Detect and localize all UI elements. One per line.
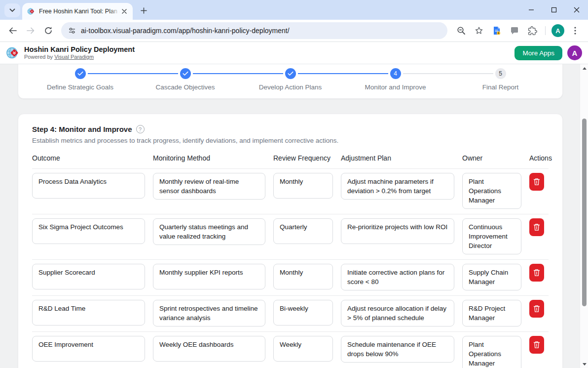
user-avatar[interactable]: A <box>567 45 582 60</box>
reload-icon[interactable] <box>40 23 56 39</box>
powered-by: Powered by Visual Paradigm <box>24 54 135 60</box>
outcome-input[interactable]: Process Data Analytics <box>32 173 145 199</box>
site-settings-icon[interactable] <box>68 27 76 35</box>
outcome-input[interactable]: R&D Lead Time <box>32 300 145 326</box>
owner-input[interactable]: R&D Project Manager <box>462 300 521 327</box>
stepper-connector <box>403 73 493 74</box>
window-close-button[interactable] <box>565 0 588 20</box>
owner-input[interactable]: Continuous Improvement Director <box>462 218 521 254</box>
trash-icon <box>533 223 540 231</box>
new-tab-button[interactable] <box>137 3 150 17</box>
outcome-input[interactable]: Six Sigma Project Outcomes <box>32 218 145 244</box>
step-description: Establish metrics and processes to track… <box>32 137 549 144</box>
back-icon[interactable] <box>5 23 21 39</box>
adjustment-input[interactable]: Adjust machine parameters if deviation >… <box>341 173 454 200</box>
scrollbar-thumb[interactable] <box>582 119 587 306</box>
app-title: Hoshin Kanri Policy Deployment <box>24 45 135 54</box>
url-bar[interactable]: ai-toolbox.visual-paradigm.com/app/hoshi… <box>61 22 447 39</box>
bookmark-star-icon[interactable] <box>471 23 487 39</box>
url-text[interactable]: ai-toolbox.visual-paradigm.com/app/hoshi… <box>81 27 290 35</box>
delete-row-button[interactable] <box>529 173 544 191</box>
scrollbar-down-icon[interactable] <box>580 360 588 368</box>
method-input[interactable]: Monthly supplier KPI reports <box>153 264 265 289</box>
outcome-input[interactable]: OEE Improvement <box>32 336 145 362</box>
frequency-input[interactable]: Monthly <box>273 173 333 199</box>
step-number: 4 <box>390 68 401 79</box>
app-header: Hoshin Kanri Policy Deployment Powered b… <box>0 42 588 64</box>
step-check-icon <box>180 68 191 79</box>
stepper-step-4[interactable]: 4Monitor and Improve <box>343 68 448 91</box>
scrollbar-up-icon[interactable] <box>580 64 588 72</box>
row-actions <box>529 336 549 354</box>
stepper-connector <box>88 73 178 74</box>
zoom-out-icon[interactable] <box>453 23 469 39</box>
step-label: Develop Action Plans <box>259 83 322 91</box>
table-row: Six Sigma Project OutcomesQuarterly stat… <box>32 214 549 260</box>
stepper-step-3[interactable]: Develop Action Plans <box>238 68 343 91</box>
frequency-input[interactable]: Quarterly <box>273 218 333 244</box>
window-minimize-button[interactable] <box>520 0 543 20</box>
more-apps-button[interactable]: More Apps <box>514 46 562 60</box>
stepper-step-5[interactable]: 5Final Report <box>448 68 553 91</box>
visual-paradigm-favicon <box>27 7 35 15</box>
stepper-step-1[interactable]: Define Strategic Goals <box>28 68 133 91</box>
stepper-step-2[interactable]: Cascade Objectives <box>133 68 238 91</box>
row-actions <box>529 218 549 236</box>
window-maximize-button[interactable] <box>543 0 565 20</box>
method-input[interactable]: Monthly review of real-time sensor dashb… <box>153 173 265 200</box>
chevron-down-icon <box>9 8 15 12</box>
column-header: Monitoring Method <box>153 154 265 162</box>
owner-input[interactable]: Plant Operations Manager <box>462 173 521 209</box>
method-input[interactable]: Quarterly status meetings and value real… <box>153 218 265 245</box>
visual-paradigm-logo <box>6 46 20 60</box>
browser-tabstrip: Free Hoshin Kanri Tool: Plan & E <box>0 0 588 20</box>
delete-row-button[interactable] <box>529 218 544 236</box>
owner-input[interactable]: Supply Chain Manager <box>462 264 521 290</box>
adjustment-input[interactable]: Adjust resource allocation if delay > 5%… <box>341 300 454 327</box>
adjustment-input[interactable]: Re-prioritize projects with low ROI <box>341 218 454 244</box>
tab-search-button[interactable] <box>4 3 20 17</box>
tab-title: Free Hoshin Kanri Tool: Plan & E <box>39 8 120 15</box>
step-check-icon <box>75 68 86 79</box>
browser-tab[interactable]: Free Hoshin Kanri Tool: Plan & E <box>22 3 133 20</box>
browser-profile-avatar[interactable]: A <box>551 24 564 37</box>
step-check-icon <box>285 68 296 79</box>
table-row: OEE ImprovementWeekly OEE dashboardsWeek… <box>32 332 549 368</box>
step-label: Final Report <box>482 83 519 91</box>
step-label: Cascade Objectives <box>155 83 215 91</box>
method-input[interactable]: Sprint retrospectives and timeline varia… <box>153 300 265 327</box>
table-row: Supplier ScorecardMonthly supplier KPI r… <box>32 260 549 296</box>
frequency-input[interactable]: Monthly <box>273 264 333 289</box>
step-label: Define Strategic Goals <box>47 83 113 91</box>
browser-menu-kebab-icon[interactable] <box>567 23 583 39</box>
toolbar-right: A <box>452 23 584 39</box>
outcome-input[interactable]: Supplier Scorecard <box>32 264 145 289</box>
forward-icon[interactable] <box>23 23 38 39</box>
trash-icon <box>533 178 540 186</box>
step-title: Step 4: Monitor and Improve <box>32 125 132 133</box>
frequency-input[interactable]: Bi-weekly <box>273 300 333 326</box>
delete-row-button[interactable] <box>529 336 544 354</box>
page-scrollbar[interactable] <box>580 64 588 368</box>
app-titles: Hoshin Kanri Policy Deployment Powered b… <box>24 45 135 60</box>
step-label: Monitor and Improve <box>365 83 426 91</box>
frequency-input[interactable]: Weekly <box>273 336 333 362</box>
visual-paradigm-link[interactable]: Visual Paradigm <box>54 54 94 60</box>
stepper-connector <box>193 73 283 74</box>
method-input[interactable]: Weekly OEE dashboards <box>153 336 265 362</box>
page: Define Strategic GoalsCascade Objectives… <box>0 64 588 368</box>
extension-doc-download-icon[interactable] <box>489 23 505 39</box>
delete-row-button[interactable] <box>529 264 544 282</box>
toolbar-divider <box>545 26 546 35</box>
extensions-puzzle-icon[interactable] <box>524 23 540 39</box>
adjustment-input[interactable]: Schedule maintenance if OEE drops below … <box>341 336 454 363</box>
extension-comment-icon[interactable] <box>507 23 522 39</box>
adjustment-input[interactable]: Initiate corrective action plans for sco… <box>341 264 454 290</box>
trash-icon <box>533 341 540 349</box>
help-icon[interactable]: ? <box>136 125 145 133</box>
delete-row-button[interactable] <box>529 300 544 318</box>
trash-icon <box>533 305 540 313</box>
tab-close-icon[interactable] <box>120 7 129 16</box>
row-actions <box>529 173 549 191</box>
owner-input[interactable]: Plant Operations Manager <box>462 336 521 368</box>
